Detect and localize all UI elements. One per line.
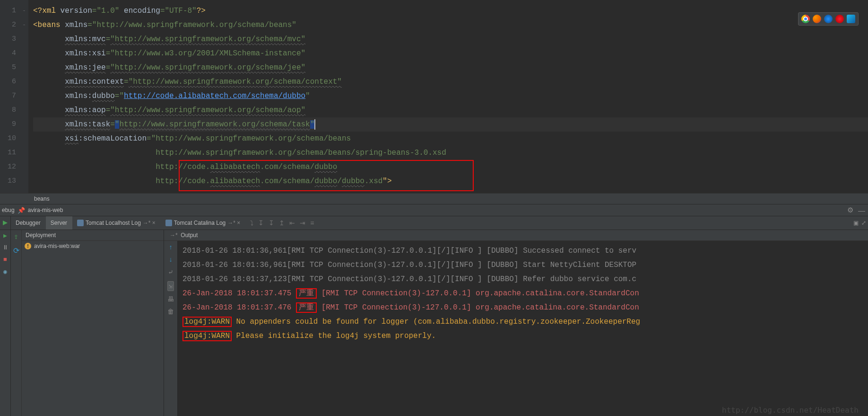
code-line-current[interactable]: xmlns:task="http://www.springframework.o…: [33, 117, 868, 132]
code-line[interactable]: xmlns:jee="http://www.springframework.or…: [33, 61, 868, 75]
warning-icon: !: [25, 243, 31, 249]
log-line: 2018-01-26 18:01:37,123[RMI TCP Connecti…: [182, 272, 868, 286]
code-line[interactable]: xmlns:dubbo="http://code.alibabatech.com…: [33, 89, 868, 103]
breadcrumb-item[interactable]: beans: [34, 195, 50, 202]
code-editor[interactable]: 1 2 3 4 5 6 7 8 9 10 11 12 13 - - <?xml …: [0, 0, 868, 193]
chrome-icon[interactable]: [801, 15, 810, 23]
console-toolbar: ↑ ↓ ⤶ ⇲ 🖶 🗑: [164, 241, 178, 416]
deploy-icon[interactable]: ⇪: [14, 232, 18, 241]
code-line[interactable]: xsi:schemaLocation="http://www.springfra…: [33, 132, 868, 146]
svg-rect-0: [77, 220, 84, 226]
code-line[interactable]: xmlns:aop="http://www.springframework.or…: [33, 103, 868, 117]
log-line-warn: log4j:WARN Please initialize the log4j s…: [182, 329, 868, 343]
log-line: 2018-01-26 18:01:36,961[RMI TCP Connecti…: [182, 258, 868, 272]
tomcat-icon: [165, 220, 172, 226]
refresh-icon[interactable]: ⟳: [13, 246, 19, 256]
step-out-icon[interactable]: ↥: [279, 219, 285, 227]
minimize-icon[interactable]: —: [858, 206, 865, 214]
run-to-cursor-icon[interactable]: ⇥: [300, 219, 305, 227]
line-number-gutter: 1 2 3 4 5 6 7 8 9 10 11 12 13: [0, 0, 20, 193]
opera-icon[interactable]: [835, 15, 844, 23]
scroll-up-icon[interactable]: ↑: [169, 244, 173, 251]
svg-rect-1: [165, 220, 172, 226]
tab-debugger[interactable]: Debugger: [11, 216, 46, 230]
breadcrumb[interactable]: beans: [0, 193, 868, 204]
log-line: 2018-01-26 18:01:36,961[RMI TCP Connecti…: [182, 244, 868, 258]
firefox-icon[interactable]: [813, 15, 821, 23]
deployment-header: Deployment: [26, 230, 56, 240]
scroll-to-end-icon[interactable]: ⇲: [167, 281, 174, 291]
debug-label: ebug: [2, 207, 15, 213]
clear-icon[interactable]: 🗑: [167, 308, 174, 316]
force-step-icon[interactable]: ↧: [269, 219, 274, 227]
code-line[interactable]: xmlns:context="http://www.springframewor…: [33, 75, 868, 89]
code-line[interactable]: <beans xmlns="http://www.springframework…: [33, 18, 868, 32]
layout-icon[interactable]: ▣: [853, 220, 859, 226]
pause-icon[interactable]: ⏸: [2, 244, 9, 251]
deployment-toolbar: ⇪ ⟳: [11, 230, 22, 416]
step-over-icon[interactable]: ⤵: [250, 219, 253, 227]
rerun-icon: [2, 220, 9, 226]
code-line[interactable]: xmlns:xsi="http://www.w3.org/2001/XMLSch…: [33, 46, 868, 61]
settings-icon[interactable]: ⚙: [847, 206, 853, 214]
rerun-button[interactable]: [0, 216, 11, 230]
debug-tabs-row: Debugger Server Tomcat Localhost Log →* …: [0, 216, 868, 230]
tab-server[interactable]: Server: [46, 216, 72, 230]
watermark-text: http://blog.csdn.net/HeatDeath: [722, 406, 859, 415]
debug-vertical-toolbar: ▶ ⏸ ■ ◉: [0, 230, 11, 416]
browser-icon-bar[interactable]: [798, 12, 859, 26]
code-area[interactable]: <?xml version="1.0" encoding="UTF-8"?> <…: [28, 0, 868, 193]
scroll-down-icon[interactable]: ↓: [169, 256, 173, 264]
output-header: Output: [181, 232, 198, 239]
pin-icon[interactable]: 📌: [17, 207, 25, 214]
debug-tool-window-title[interactable]: ebug 📌 avira-mis-web ⚙ —: [0, 204, 868, 216]
resume-icon[interactable]: ▶: [3, 232, 7, 239]
tab-tomcat-localhost-log[interactable]: Tomcat Localhost Log →* ×: [72, 216, 161, 230]
code-line[interactable]: http://code.alibabatech.com/schema/dubbo: [33, 160, 868, 174]
code-line[interactable]: <?xml version="1.0" encoding="UTF-8"?>: [33, 4, 868, 18]
print-icon[interactable]: 🖶: [167, 296, 174, 303]
code-line[interactable]: xmlns:mvc="http://www.springframework.or…: [33, 32, 868, 46]
debug-step-buttons: ⤵ ↧ ↧ ↥ ⇤ ⇥ ≡: [245, 216, 314, 230]
deployment-panel: Deployment ! avira-mis-web:war: [22, 230, 164, 416]
stop-icon[interactable]: ■: [3, 256, 7, 263]
soft-wrap-icon[interactable]: ⤶: [168, 268, 174, 276]
code-line[interactable]: http://www.springframework.org/schema/be…: [33, 146, 868, 160]
tomcat-icon: [77, 220, 84, 226]
log-line-severe: 26-Jan-2018 18:01:37.475 严重 [RMI TCP Con…: [182, 286, 868, 301]
view-breakpoints-icon[interactable]: ◉: [3, 268, 7, 275]
ie-icon[interactable]: [847, 15, 855, 23]
fold-column[interactable]: - -: [20, 0, 28, 193]
drop-frame-icon[interactable]: ⇤: [289, 219, 295, 227]
safari-icon[interactable]: [824, 15, 833, 23]
log-line-warn: log4j:WARN No appenders could be found f…: [182, 315, 868, 329]
log-line-severe: 26-Jan-2018 18:01:37.476 严重 [RMI TCP Con…: [182, 301, 868, 315]
expand-icon[interactable]: ⤢: [861, 220, 866, 226]
code-line[interactable]: http://code.alibabatech.com/schema/dubbo…: [33, 174, 868, 188]
evaluate-icon[interactable]: ≡: [310, 219, 314, 227]
step-into-icon[interactable]: ↧: [258, 219, 264, 227]
tab-tomcat-catalina-log[interactable]: Tomcat Catalina Log →* ×: [161, 216, 245, 230]
lower-panels: ▶ ⏸ ■ ◉ ⇪ ⟳ Deployment ! avira-mis-web:w…: [0, 230, 868, 416]
deployment-artifact-item[interactable]: ! avira-mis-web:war: [25, 243, 161, 249]
console-output[interactable]: 2018-01-26 18:01:36,961[RMI TCP Connecti…: [178, 241, 868, 416]
run-config-name[interactable]: avira-mis-web: [28, 207, 63, 213]
text-caret: [314, 119, 315, 130]
output-panel: →* Output ↑ ↓ ⤶ ⇲ 🖶 🗑 2018-01-26 18:01:3…: [164, 230, 868, 416]
